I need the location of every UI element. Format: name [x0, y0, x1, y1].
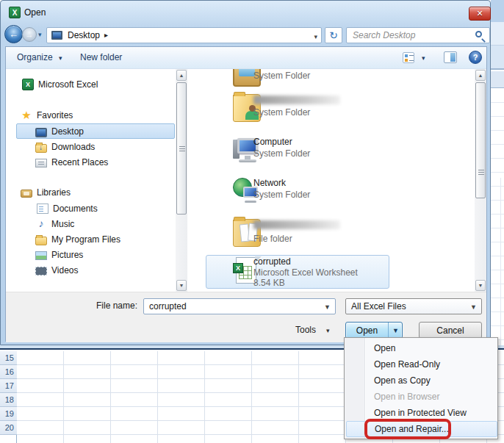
file-name-value: corrupted: [149, 301, 187, 311]
chevron-down-icon[interactable]: ▼: [324, 303, 331, 311]
sidebar-item-videos[interactable]: Videos: [35, 263, 78, 278]
tools-dropdown-icon[interactable]: ▾: [326, 327, 330, 334]
sidebar-item-desktop[interactable]: Desktop: [35, 124, 84, 139]
screen: 15 16 17 18 19 20 X Open ✕ ← → ▾ Desktop…: [0, 0, 504, 443]
scrollbar-thumb[interactable]: [176, 82, 187, 215]
row-header[interactable]: 16: [0, 365, 17, 379]
open-dropdown-menu: Open Open Read-Only Open as Copy Open in…: [344, 337, 498, 439]
row-header[interactable]: 15: [0, 351, 17, 365]
excel-window-background: [491, 0, 504, 345]
scroll-up-icon[interactable]: ▲: [176, 70, 187, 81]
list-item-libraries[interactable]: System Folder: [206, 69, 397, 94]
excel-grid-sliver: [491, 89, 504, 345]
search-placeholder: Search Desktop: [353, 30, 415, 40]
navigation-pane: X Microsoft Excel ★ Favorites Desktop: [6, 69, 176, 292]
folder-icon: [35, 237, 47, 245]
command-bar: Organize ▾ New folder ▾ ?: [6, 47, 486, 69]
desktop-icon: [35, 128, 47, 137]
address-bar[interactable]: Desktop ▸ ▾: [46, 27, 322, 43]
row-header[interactable]: 17: [0, 379, 17, 393]
pictures-icon: [35, 251, 47, 260]
file-type-value: All Excel Files: [351, 301, 406, 311]
open-dialog: X Open ✕ ← → ▾ Desktop ▸ ▾ ↻ Search Desk…: [0, 0, 491, 345]
organize-button[interactable]: Organize: [17, 52, 53, 62]
music-note-icon: ♪: [35, 218, 47, 230]
row-header[interactable]: 18: [0, 393, 17, 407]
file-type-select[interactable]: All Excel Files ▼: [345, 298, 482, 314]
redacted-name: [253, 96, 340, 104]
scrollbar-thumb[interactable]: [475, 82, 486, 198]
browser-content: X Microsoft Excel ★ Favorites Desktop: [6, 69, 486, 292]
sidebar-group-libraries[interactable]: Libraries: [21, 185, 71, 200]
excel-formulabar-sliver: [491, 46, 504, 70]
videos-icon: [35, 267, 47, 275]
excel-icon: X: [9, 7, 21, 18]
recent-places-icon: [35, 159, 47, 168]
file-name-input[interactable]: corrupted ▼: [143, 298, 336, 314]
list-item-user-folder[interactable]: System Folder: [206, 93, 397, 134]
sidebar-item-microsoft-excel[interactable]: X Microsoft Excel: [22, 77, 98, 92]
tools-button[interactable]: Tools: [295, 325, 316, 335]
document-icon: [37, 204, 48, 214]
dialog-title: Open: [24, 7, 46, 18]
sidebar-item-my-program-files[interactable]: My Program Files: [35, 232, 120, 247]
sidebar-group-favorites[interactable]: ★ Favorites: [21, 108, 73, 123]
scroll-up-icon[interactable]: ▲: [475, 70, 486, 81]
title-bar[interactable]: X Open ✕: [1, 1, 490, 24]
row-header[interactable]: 19: [0, 407, 17, 421]
scroll-down-icon[interactable]: ▼: [176, 280, 187, 291]
sidebar-item-recent-places[interactable]: Recent Places: [35, 155, 108, 170]
scroll-down-icon[interactable]: ▼: [475, 280, 486, 291]
search-input[interactable]: Search Desktop: [346, 27, 490, 43]
breadcrumb-chevron-icon[interactable]: ▸: [104, 31, 108, 39]
sidebar-item-pictures[interactable]: Pictures: [35, 248, 83, 262]
preview-pane-icon[interactable]: [444, 51, 457, 63]
help-icon[interactable]: ?: [469, 51, 482, 64]
file-list-scrollbar[interactable]: ▲ ▼: [475, 69, 486, 292]
organize-dropdown-icon[interactable]: ▾: [59, 54, 62, 62]
excel-titlebar-sliver: [491, 0, 504, 22]
sidebar-item-documents[interactable]: Documents: [35, 201, 98, 216]
sidebar-scrollbar[interactable]: ▲ ▼: [176, 69, 187, 292]
star-icon: ★: [21, 109, 32, 121]
chevron-down-icon[interactable]: ▼: [470, 303, 477, 311]
desktop-icon: [51, 31, 62, 40]
breadcrumb[interactable]: Desktop: [68, 30, 100, 40]
excel-column-header-sliver: [491, 71, 504, 88]
views-dropdown-icon[interactable]: ▾: [422, 54, 425, 62]
annotation-red-box: [364, 419, 451, 439]
row-headers: 15 16 17 18 19 20: [0, 351, 17, 443]
dialog-footer: File name: corrupted ▼ All Excel Files ▼…: [6, 292, 486, 342]
sidebar-item-downloads[interactable]: Downloads: [35, 140, 95, 154]
address-dropdown-icon[interactable]: ▾: [314, 33, 317, 40]
excel-ribbon-sliver: [491, 22, 504, 46]
list-item-computer[interactable]: Computer System Folder: [206, 135, 397, 176]
search-icon[interactable]: [475, 31, 482, 37]
list-item-file-folder[interactable]: File folder: [206, 217, 397, 259]
refresh-button[interactable]: ↻: [325, 27, 342, 43]
redacted-name: [253, 220, 340, 229]
excel-icon: X: [22, 79, 34, 90]
back-button[interactable]: ←: [4, 25, 23, 43]
menu-item-open-in-browser: Open in Browser: [346, 389, 497, 405]
menu-item-open[interactable]: Open: [346, 340, 497, 356]
row-header[interactable]: 20: [0, 421, 17, 435]
open-split-arrow-icon[interactable]: ▼: [388, 323, 403, 338]
menu-item-open-as-copy[interactable]: Open as Copy: [346, 372, 497, 389]
new-folder-button[interactable]: New folder: [80, 52, 122, 62]
list-item-network[interactable]: Network System Folder: [206, 176, 397, 217]
list-item-corrupted[interactable]: X corrupted Microsoft Excel Worksheet 8.…: [206, 255, 397, 290]
downloads-icon: [35, 144, 47, 153]
dialog-body: Organize ▾ New folder ▾ ? X Microsoft Ex…: [5, 46, 487, 342]
menu-item-open-read-only[interactable]: Open Read-Only: [346, 356, 497, 372]
close-button[interactable]: ✕: [469, 7, 491, 21]
libraries-icon: [21, 190, 32, 198]
views-icon[interactable]: [403, 52, 414, 63]
file-list: System Folder System Folder Computer Sys…: [187, 69, 475, 292]
cancel-button[interactable]: Cancel: [419, 322, 482, 339]
history-dropdown-icon[interactable]: ▾: [38, 31, 42, 38]
open-button[interactable]: Open ▼: [345, 322, 403, 339]
forward-button[interactable]: →: [22, 27, 37, 42]
file-name-label: File name:: [50, 300, 137, 311]
sidebar-item-music[interactable]: ♪ Music: [35, 217, 74, 231]
